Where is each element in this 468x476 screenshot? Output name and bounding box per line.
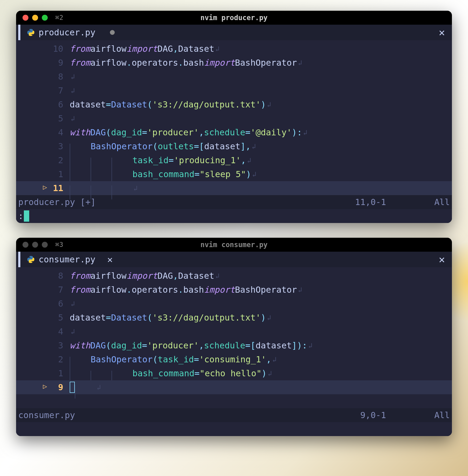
tab-shortcut-label: ⌘3 <box>55 241 64 248</box>
active-tab-indicator <box>18 252 20 267</box>
eol-marker-icon: ↲ <box>70 328 75 336</box>
eol-marker-icon: ↲ <box>297 286 302 294</box>
editor-area[interactable]: consumer.py ✕ ✕ 8 from airflow import DA… <box>16 252 452 436</box>
code-content[interactable]: from airflow import DAG, Dataset↲ <box>70 44 220 54</box>
close-all-icon[interactable]: ✕ <box>439 254 445 265</box>
eol-marker-icon: ↲ <box>214 272 220 280</box>
line-number: 2 <box>16 155 70 165</box>
close-all-icon[interactable]: ✕ <box>439 27 445 38</box>
code-content[interactable]: ↲ <box>70 184 138 192</box>
code-line[interactable]: 9 from airflow.operators.bash import Bas… <box>16 56 452 70</box>
code-line[interactable]: 6 dataset = Dataset('s3://dag/output.txt… <box>16 98 452 111</box>
code-line[interactable]: 2 BashOperator(task_id='consuming_1',↲ <box>16 352 452 366</box>
active-tab-indicator <box>18 25 20 40</box>
code-content[interactable]: bash_command="echo hello")↲ <box>70 368 272 378</box>
code-content[interactable]: dataset = Dataset('s3://dag/output.txt')… <box>70 313 271 323</box>
code-content[interactable]: ↲ <box>70 87 75 95</box>
code-line[interactable]: 3 with DAG(dag_id='producer', schedule=[… <box>16 339 452 352</box>
eol-marker-icon: ↲ <box>297 59 302 67</box>
code-line[interactable]: ▷11 ↲ <box>16 181 452 195</box>
code-content[interactable]: BashOperator(task_id='consuming_1',↲ <box>70 354 277 365</box>
buffer-tabbar: producer.py ✕ <box>16 25 452 40</box>
titlebar[interactable]: ⌘3 nvim consumer.py <box>16 238 452 252</box>
editor-blank <box>16 422 452 436</box>
code-line[interactable]: 3 BashOperator(outlets=[dataset],↲ <box>16 139 452 153</box>
eol-marker-icon: ↲ <box>70 73 75 81</box>
eol-marker-icon: ↲ <box>70 87 75 95</box>
code-content[interactable]: from airflow import DAG, Dataset↲ <box>70 271 220 281</box>
line-number: 6 <box>16 299 70 309</box>
minimize-window-button[interactable] <box>32 242 38 248</box>
eol-marker-icon: ↲ <box>251 142 256 150</box>
buffer-tab[interactable]: consumer.py ✕ <box>20 252 119 267</box>
code-body[interactable]: 8 from airflow import DAG, Dataset↲ 7 fr… <box>16 267 452 394</box>
line-number: 4 <box>16 326 70 337</box>
code-line[interactable]: 2 task_id='producing_1',↲ <box>16 153 452 167</box>
window-title: nvim producer.py <box>200 14 268 22</box>
close-window-button[interactable] <box>23 15 28 21</box>
eol-marker-icon: ↲ <box>266 101 271 109</box>
code-content[interactable]: with DAG(dag_id='producer', schedule='@d… <box>70 127 307 137</box>
tab-filename: producer.py <box>39 27 95 38</box>
eol-marker-icon: ↲ <box>266 314 271 322</box>
close-tab-icon[interactable]: ✕ <box>107 254 113 265</box>
eol-marker-icon: ↲ <box>271 355 277 363</box>
breakpoint-arrow-icon: ▷ <box>43 382 47 390</box>
modified-indicator-icon <box>110 30 115 35</box>
eol-marker-icon: ↲ <box>70 114 75 122</box>
code-line[interactable]: 5 dataset = Dataset('s3://dag/output.txt… <box>16 311 452 325</box>
breakpoint-arrow-icon: ▷ <box>43 183 47 191</box>
code-content[interactable]: ↲ <box>70 73 75 81</box>
editor-blank <box>16 394 452 408</box>
cmdline-cursor <box>24 210 29 222</box>
line-number: 1 <box>16 368 70 378</box>
eol-marker-icon: ↲ <box>132 184 138 192</box>
code-content[interactable]: BashOperator(outlets=[dataset],↲ <box>70 141 256 151</box>
code-content[interactable]: from airflow.operators.bash import BashO… <box>70 58 302 68</box>
code-line[interactable]: 5 ↲ <box>16 111 452 125</box>
code-content[interactable]: ↲ <box>70 328 75 336</box>
status-bar: consumer.py 9,0-1 All <box>16 408 452 422</box>
buffer-tabbar: consumer.py ✕ ✕ <box>16 252 452 267</box>
code-line[interactable]: 1 bash_command="echo hello")↲ <box>16 366 452 380</box>
code-content[interactable]: with DAG(dag_id='producer', schedule=[da… <box>70 340 313 351</box>
eol-marker-icon: ↲ <box>214 45 220 53</box>
titlebar[interactable]: ⌘2 nvim producer.py <box>16 11 452 25</box>
eol-marker-icon: ↲ <box>302 128 307 136</box>
code-line[interactable]: 7 ↲ <box>16 84 452 98</box>
code-content[interactable]: ↲ <box>70 114 75 122</box>
traffic-lights <box>23 15 48 21</box>
line-number: 9 <box>16 58 70 68</box>
code-line[interactable]: 6 ↲ <box>16 297 452 311</box>
code-line[interactable]: 4 ↲ <box>16 325 452 339</box>
code-content[interactable]: dataset = Dataset('s3://dag/output.txt')… <box>70 99 271 110</box>
maximize-window-button[interactable] <box>42 242 48 248</box>
code-body[interactable]: 10 from airflow import DAG, Dataset↲ 9 f… <box>16 40 452 195</box>
line-number: 8 <box>16 72 70 82</box>
code-content[interactable]: ↲ <box>70 382 101 393</box>
eol-marker-icon: ↲ <box>267 369 272 377</box>
code-line[interactable]: 4 with DAG(dag_id='producer', schedule='… <box>16 125 452 139</box>
code-content[interactable]: ↲ <box>70 300 75 308</box>
code-line[interactable]: 7 from airflow.operators.bash import Bas… <box>16 283 452 297</box>
code-content[interactable]: from airflow.operators.bash import BashO… <box>70 285 302 295</box>
minimize-window-button[interactable] <box>32 15 38 21</box>
line-number: 3 <box>16 340 70 351</box>
command-line[interactable]: : <box>16 209 452 223</box>
line-number: 4 <box>16 127 70 137</box>
code-line[interactable]: ▷9 ↲ <box>16 380 452 394</box>
code-line[interactable]: 8 ↲ <box>16 70 452 84</box>
code-line[interactable]: 8 from airflow import DAG, Dataset↲ <box>16 269 452 283</box>
eol-marker-icon: ↲ <box>246 156 251 164</box>
code-line[interactable]: 1 bash_command="sleep 5")↲ <box>16 167 452 181</box>
editor-area[interactable]: producer.py ✕ 10 from airflow import DAG… <box>16 25 452 223</box>
buffer-tab[interactable]: producer.py <box>20 25 121 40</box>
code-content[interactable]: bash_command="sleep 5")↲ <box>70 169 257 179</box>
maximize-window-button[interactable] <box>42 15 48 21</box>
terminal-window: ⌘3 nvim consumer.py consumer.py ✕ ✕ 8 fr… <box>16 238 452 436</box>
code-line[interactable]: 10 from airflow import DAG, Dataset↲ <box>16 42 452 56</box>
cursor <box>70 382 75 393</box>
eol-marker-icon: ↲ <box>70 300 75 308</box>
code-content[interactable]: task_id='producing_1',↲ <box>70 155 251 165</box>
close-window-button[interactable] <box>23 242 28 248</box>
